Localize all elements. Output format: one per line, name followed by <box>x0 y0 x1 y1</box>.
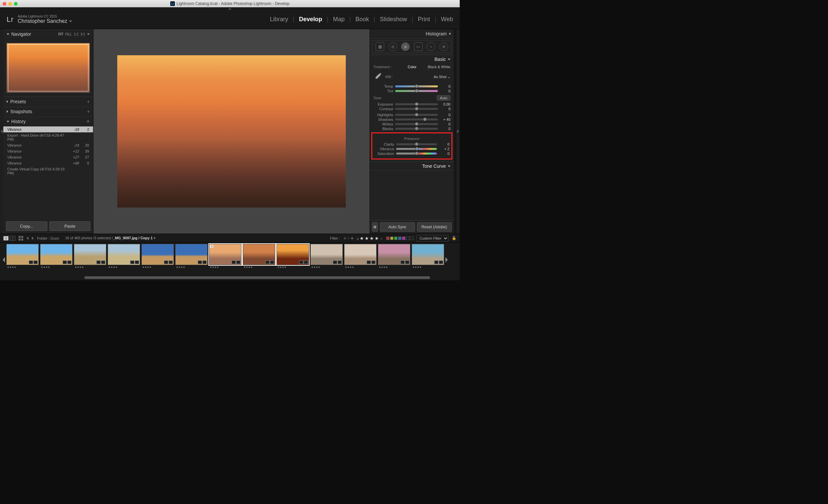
basic-panel-header[interactable]: Basic <box>370 55 454 63</box>
tone-curve-header[interactable]: Tone Curve <box>370 162 454 171</box>
wb-preset-select[interactable]: As Shot ⌄ <box>433 75 450 79</box>
flag-filter[interactable]: ◈ ◇ ◆ <box>343 236 354 240</box>
history-item[interactable]: Vibrance+2727 <box>3 154 93 160</box>
module-library[interactable]: Library <box>270 16 288 23</box>
color-label-filter[interactable] <box>386 237 413 240</box>
blacks-slider[interactable]: Blacks0 <box>373 126 450 131</box>
shadows-slider[interactable]: Shadows+ 40 <box>373 117 450 122</box>
radial-filter-tool[interactable]: ○ <box>426 42 435 51</box>
zoom-fit[interactable]: FIT <box>58 33 63 36</box>
copy-settings-button[interactable]: Copy... <box>6 221 47 231</box>
presence-group-highlight: Presence Clarity0Vibrance+ 2Saturation0 <box>371 132 452 159</box>
develop-toolstrip: ▦ ◎ ◉ ▭ ○ ⊖ <box>372 40 452 53</box>
plus-icon[interactable]: + <box>87 109 90 114</box>
zoom-1:1[interactable]: 1:1 <box>74 33 79 36</box>
filmstrip-area: 1 2 Folder : Gozo 16 of 465 photos /3 se… <box>0 234 460 280</box>
filmstrip-thumb[interactable]: ★★★★ <box>277 244 309 269</box>
filmstrip-thumb[interactable]: ★★★★ <box>243 244 275 269</box>
redeye-tool[interactable]: ◉ <box>401 42 410 51</box>
filmstrip-scrollbar[interactable] <box>3 276 457 280</box>
navigator-preview[interactable] <box>3 39 93 97</box>
sync-switch[interactable] <box>372 222 378 232</box>
contrast-slider[interactable]: Contrast0 <box>373 106 450 111</box>
nav-forward-icon[interactable] <box>32 237 34 240</box>
exposure-slider[interactable]: Exposure0.00 <box>373 102 450 106</box>
wb-eyedropper-icon[interactable] <box>373 72 382 81</box>
vibrance-slider[interactable]: Vibrance+ 2 <box>374 147 449 151</box>
module-print[interactable]: Print <box>418 16 430 23</box>
grid-view-icon[interactable] <box>18 236 23 240</box>
highlights-slider[interactable]: Highlights0 <box>373 112 450 117</box>
snapshots-header[interactable]: Snapshots + <box>3 106 93 117</box>
app-logo: Lr <box>7 15 14 24</box>
filmstrip-thumb[interactable]: ★★★★ <box>108 244 140 269</box>
treatment-color[interactable]: Color <box>408 65 416 69</box>
histogram-header[interactable]: Histogram <box>370 29 454 39</box>
custom-filter-select[interactable]: Custom Filter <box>417 235 449 241</box>
folder-path[interactable]: Folder : Gozo <box>37 236 59 240</box>
filmstrip-thumb[interactable]: ★★★★ <box>175 244 208 269</box>
product-name: Adobe Lightroom CC 2015 <box>18 14 72 18</box>
graduated-filter-tool[interactable]: ▭ <box>414 42 423 51</box>
chevron-down-icon <box>448 58 450 60</box>
whites-slider[interactable]: Whites0 <box>373 122 450 126</box>
tint-slider[interactable]: Tint0 <box>373 89 450 93</box>
filter-label: Filter : <box>330 236 340 240</box>
history-item[interactable]: Export - Hard Drive (4/7/16 4:29:47 PM) <box>3 132 93 142</box>
right-panel: Histogram ▦ ◎ ◉ ▭ ○ ⊖ Basic Treatment : … <box>370 29 456 234</box>
filmstrip-scroll-right[interactable] <box>446 257 448 263</box>
treatment-bw[interactable]: Black & White <box>428 65 450 69</box>
filmstrip-thumb[interactable]: ★★★★ <box>378 244 410 269</box>
filmstrip-thumb[interactable]: ★★★★ <box>344 244 377 269</box>
filter-lock-icon[interactable]: 🔓 <box>452 236 456 240</box>
reset-button[interactable]: Reset (Adobe) <box>417 222 452 232</box>
history-item[interactable]: Vibrance-1920 <box>3 142 93 148</box>
left-panel-toggle[interactable] <box>0 29 3 234</box>
history-item[interactable]: Vibrance-182 <box>3 126 93 132</box>
clarity-slider[interactable]: Clarity0 <box>374 142 449 147</box>
module-web[interactable]: Web <box>441 16 453 23</box>
right-panel-toggle[interactable] <box>456 29 460 234</box>
image-canvas[interactable] <box>93 29 370 234</box>
module-slideshow[interactable]: Slideshow <box>380 16 407 23</box>
history-item[interactable]: Create Virtual Copy (4/7/16 4:28:19 PM) <box>3 166 93 176</box>
module-map[interactable]: Map <box>333 16 344 23</box>
saturation-slider[interactable]: Saturation0 <box>374 151 449 156</box>
nav-back-icon[interactable] <box>27 237 29 240</box>
filmstrip-scroll-left[interactable] <box>3 257 5 263</box>
clear-icon[interactable]: ✕ <box>86 119 90 124</box>
history-header[interactable]: History ✕ <box>3 117 93 126</box>
history-item[interactable]: Vibrance+680 <box>3 160 93 166</box>
spot-removal-tool[interactable]: ◎ <box>388 42 397 51</box>
crop-tool[interactable]: ▦ <box>376 42 384 51</box>
module-book[interactable]: Book <box>356 16 369 23</box>
filmstrip-thumb[interactable]: ★★★★ <box>412 244 444 269</box>
second-window-1[interactable]: 1 <box>3 236 9 240</box>
right-panel-scrollbar[interactable] <box>454 29 456 234</box>
auto-tone-button[interactable]: Auto <box>437 95 450 101</box>
presets-header[interactable]: Presets + <box>3 97 93 106</box>
filmstrip-thumb[interactable]: ★★★★ <box>74 244 106 269</box>
filmstrip-thumb[interactable]: 3★★★★ <box>209 244 242 269</box>
zoom-fill[interactable]: FILL <box>65 33 72 36</box>
rating-filter[interactable]: ≥ ★★★★★ <box>357 236 383 241</box>
paste-settings-button[interactable]: Paste <box>49 221 91 231</box>
plus-icon[interactable]: + <box>87 99 90 104</box>
identity-plate[interactable]: Christopher Sanchez <box>18 18 72 24</box>
second-window-2[interactable]: 2 <box>10 236 15 240</box>
temp-slider[interactable]: Temp0 <box>373 84 450 89</box>
filmstrip-thumb[interactable]: ★★★★ <box>141 244 174 269</box>
filmstrip-thumb[interactable]: ★★★★ <box>40 244 73 269</box>
filmstrip[interactable]: ★★★★★★★★★★★★★★★★★★★★★★★★3★★★★★★★★★★★★★★★… <box>0 242 460 276</box>
history-item[interactable]: Vibrance+1239 <box>3 148 93 154</box>
chevron-left-icon <box>449 33 450 35</box>
navigator-header[interactable]: Navigator FITFILL1:13:1 <box>3 29 93 39</box>
auto-sync-button[interactable]: Auto Sync <box>380 222 415 232</box>
zoom-3:1[interactable]: 3:1 <box>81 33 85 36</box>
adjustment-brush-tool[interactable]: ⊖ <box>440 42 448 51</box>
filmstrip-thumb[interactable]: ★★★★ <box>6 244 39 269</box>
module-develop[interactable]: Develop <box>299 16 322 23</box>
top-panel-toggle[interactable] <box>0 7 460 10</box>
wb-label: WB : <box>385 75 393 79</box>
filmstrip-thumb[interactable]: ★★★★ <box>310 244 343 269</box>
